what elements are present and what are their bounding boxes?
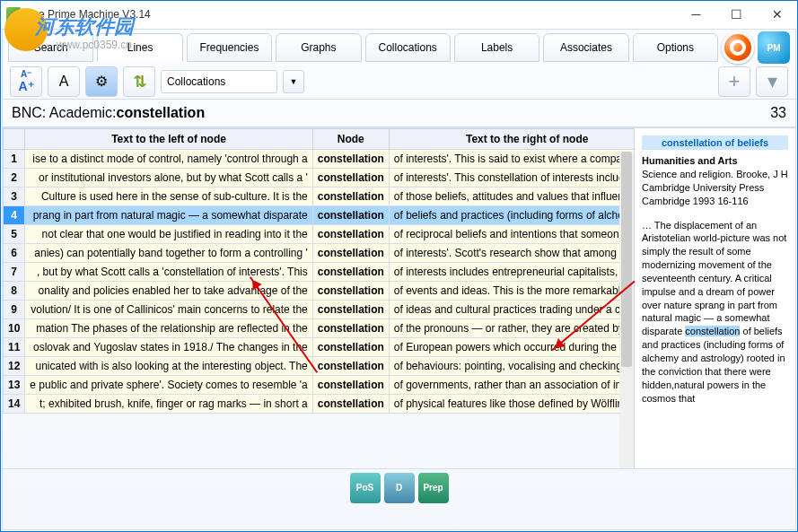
row-right: of those beliefs, attitudes and values t… <box>389 188 634 206</box>
table-row[interactable]: 13e public and private sphere'. Society … <box>4 376 635 395</box>
filter-button[interactable]: ▾ <box>756 66 788 97</box>
row-num: 8 <box>4 282 25 301</box>
col-right[interactable]: Text to the right of node <box>389 129 634 150</box>
tab-frequencies[interactable]: Frequencies <box>187 33 272 62</box>
view-combo-dropdown[interactable]: ▼ <box>283 70 304 93</box>
table-row[interactable]: 11oslovak and Yugoslav states in 1918./ … <box>4 338 635 357</box>
close-button[interactable]: ✕ <box>757 1 797 28</box>
side-source: Science and religion. Brooke, J H Cambri… <box>642 168 788 208</box>
globe-icon[interactable]: PM <box>758 31 790 64</box>
maximize-button[interactable]: ☐ <box>716 1 757 28</box>
settings-folder-button[interactable]: ⚙ <box>85 66 118 97</box>
row-node: constellation <box>312 225 389 244</box>
concordance-table: Text to the left of node Node Text to th… <box>3 128 634 414</box>
row-node: constellation <box>312 188 389 206</box>
row-num: 11 <box>4 338 25 357</box>
row-num: 14 <box>4 395 25 414</box>
row-num: 12 <box>4 357 25 376</box>
table-row[interactable]: 6anies) can potentially band together to… <box>4 244 635 263</box>
tab-search[interactable]: Search <box>8 33 93 62</box>
tab-collocations[interactable]: Collocations <box>365 33 451 62</box>
row-left: not clear that one would be justified in… <box>25 225 312 244</box>
row-num: 9 <box>4 301 25 319</box>
side-subtitle: Humanities and Arts <box>642 155 788 166</box>
tab-labels[interactable]: Labels <box>454 33 539 62</box>
table-row[interactable]: 1ise to a distinct mode of control, name… <box>4 150 635 169</box>
row-left: oslovak and Yugoslav states in 1918./ Th… <box>25 338 312 357</box>
sort-button[interactable]: ⇅ <box>123 66 155 97</box>
row-node: constellation <box>312 357 389 376</box>
minimize-button[interactable]: ─ <box>676 1 716 28</box>
table-row[interactable]: 10mation The phases of the relationship … <box>4 319 635 338</box>
pos-button[interactable]: PoS <box>350 473 381 503</box>
add-button[interactable]: + <box>718 66 750 97</box>
table-row[interactable]: 4prang in part from natural magic — a so… <box>4 206 635 225</box>
tab-lines[interactable]: Lines <box>97 33 182 62</box>
row-right: of ideas and cultural practices trading … <box>389 301 634 319</box>
table-row[interactable]: 12unicated with is also looking at the i… <box>4 357 635 376</box>
row-node: constellation <box>312 150 389 169</box>
table-row[interactable]: 7, but by what Scott calls a 'constellat… <box>4 263 635 282</box>
row-num: 2 <box>4 169 25 188</box>
table-row[interactable]: 5not clear that one would be justified i… <box>4 225 635 244</box>
result-count: 33 <box>770 105 786 121</box>
row-right: of interests'. This is said to exist whe… <box>389 150 634 169</box>
d-button[interactable]: D <box>384 473 415 503</box>
row-left: Culture is used here in the sense of sub… <box>25 188 312 206</box>
table-row[interactable]: 9volution/ It is one of Callinicos' main… <box>4 301 635 319</box>
row-node: constellation <box>312 338 389 357</box>
main-tabs: Search Lines Frequencies Graphs Collocat… <box>3 30 795 64</box>
query-bar: BNC: Academic: constellation 33 <box>3 100 795 127</box>
row-node: constellation <box>312 263 389 282</box>
table-scrollbar[interactable] <box>619 152 634 468</box>
app-icon <box>6 7 21 22</box>
toolbar: A⁻A⁺ A ⚙ ⇅ Collocations ▼ + ▾ <box>3 64 795 100</box>
table-row[interactable]: 3Culture is used here in the sense of su… <box>4 188 635 206</box>
row-left: onality and policies enabled her to take… <box>25 282 312 301</box>
row-right: of governments, rather than an associati… <box>389 376 634 395</box>
row-right: of events and ideas. This is the more re… <box>389 282 634 301</box>
row-right: of European powers which occurred during… <box>389 338 634 357</box>
table-row[interactable]: 14t; exhibited brush, knife, finger or r… <box>4 395 635 414</box>
table-row[interactable]: 2or institutional investors alone, but b… <box>4 169 635 188</box>
row-left: t; exhibited brush, knife, finger or rag… <box>25 395 312 414</box>
row-num: 4 <box>4 206 25 225</box>
row-num: 10 <box>4 319 25 338</box>
row-right: of the pronouns — or rather, they are cr… <box>389 319 634 338</box>
col-left[interactable]: Text to the left of node <box>25 129 312 150</box>
row-left: prang in part from natural magic — a som… <box>25 206 312 225</box>
table-row[interactable]: 8onality and policies enabled her to tak… <box>4 282 635 301</box>
bottom-bar: PoS D Prep <box>3 468 795 506</box>
prep-button[interactable]: Prep <box>418 473 449 503</box>
row-node: constellation <box>312 244 389 263</box>
row-node: constellation <box>312 301 389 319</box>
tab-options[interactable]: Options <box>633 33 718 62</box>
row-node: constellation <box>312 395 389 414</box>
window-title: The Prime Machine V3.14 <box>26 8 676 21</box>
row-node: constellation <box>312 376 389 395</box>
font-style-button[interactable]: A <box>48 66 80 97</box>
help-icon[interactable] <box>722 31 754 64</box>
row-right: of physical features like those defined … <box>389 395 634 414</box>
side-panel[interactable]: constellation of beliefs Humanities and … <box>634 128 795 468</box>
font-size-button[interactable]: A⁻A⁺ <box>10 66 42 97</box>
row-right: of interests'. This constellation of int… <box>389 169 634 188</box>
tab-graphs[interactable]: Graphs <box>276 33 361 62</box>
row-left: e public and private sphere'. Society co… <box>25 376 312 395</box>
row-left: mation The phases of the relationship ar… <box>25 319 312 338</box>
row-right: of beliefs and practices (including form… <box>389 206 634 225</box>
view-combo[interactable]: Collocations <box>161 70 277 93</box>
col-num[interactable] <box>4 129 25 150</box>
query-word: constellation <box>116 105 205 121</box>
row-left: , but by what Scott calls a 'constellati… <box>25 263 312 282</box>
row-left: ise to a distinct mode of control, namel… <box>25 150 312 169</box>
side-body: … The displacement of an Aristotelian wo… <box>642 219 788 406</box>
tab-associates[interactable]: Associates <box>543 33 628 62</box>
row-num: 13 <box>4 376 25 395</box>
row-left: or institutional investors alone, but by… <box>25 169 312 188</box>
titlebar: The Prime Machine V3.14 ─ ☐ ✕ <box>1 1 797 28</box>
col-node[interactable]: Node <box>312 129 389 150</box>
row-right: of interests includes entrepreneurial ca… <box>389 263 634 282</box>
row-node: constellation <box>312 169 389 188</box>
row-right: of interests'. Scott's research show tha… <box>389 244 634 263</box>
